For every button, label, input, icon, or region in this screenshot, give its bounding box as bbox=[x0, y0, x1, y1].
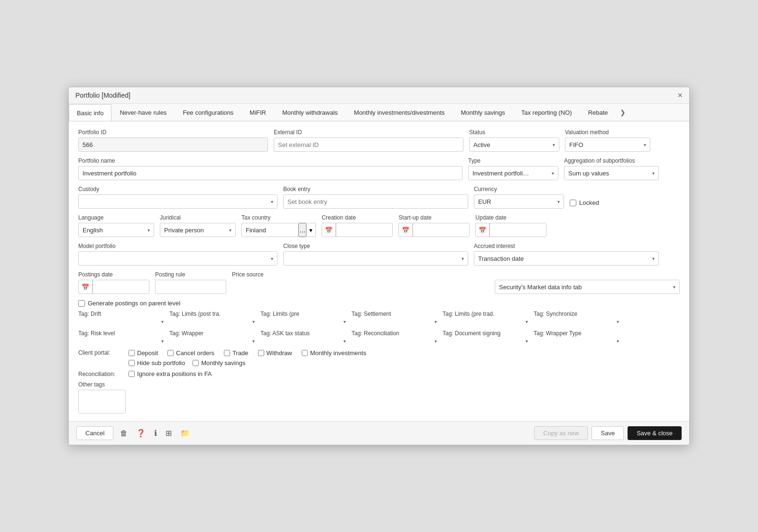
tag-wrapper-type-label: Tag: Wrapper Type bbox=[534, 330, 619, 337]
status-chevron-icon: ▾ bbox=[553, 142, 555, 147]
tag-wrapper-group: Tag: Wrapper ▾ bbox=[169, 330, 255, 344]
trade-checkbox[interactable] bbox=[224, 350, 230, 356]
cancel-button[interactable]: Cancel bbox=[76, 426, 113, 440]
book-entry-input[interactable] bbox=[283, 194, 468, 209]
tag-synchronize-group: Tag: Synchronize ▾ bbox=[534, 311, 619, 324]
tab-monthly-withdrawals[interactable]: Monthly withdrawals bbox=[274, 104, 346, 121]
tag-drift-group: Tag: Drift ▾ bbox=[78, 311, 164, 324]
tags-row-2: Tag: Risk level ▾ Tag: Wrapper ▾ Tag: AS… bbox=[78, 330, 680, 344]
custody-select[interactable]: ▾ bbox=[78, 194, 277, 209]
postings-date-calendar-icon[interactable]: 📅 bbox=[79, 280, 92, 294]
cancel-orders-checkbox[interactable] bbox=[167, 350, 174, 356]
creation-date-input[interactable] bbox=[336, 223, 393, 237]
tag-wrapper-type-select[interactable]: ▾ bbox=[534, 339, 619, 344]
tab-basic-info[interactable]: Basic info bbox=[69, 104, 111, 121]
tax-country-select[interactable]: Finland bbox=[241, 223, 298, 237]
creation-date-group: Creation date 📅 bbox=[322, 214, 393, 237]
monthly-investments-checkbox[interactable] bbox=[302, 350, 308, 356]
price-source-select[interactable]: Security's Market data info tab ▾ bbox=[495, 280, 680, 294]
copy-as-new-button[interactable]: Copy as new bbox=[534, 426, 588, 440]
portfolio-id-input[interactable] bbox=[78, 138, 268, 152]
tag-synchronize-select[interactable]: ▾ bbox=[534, 319, 619, 324]
footer: Cancel 🗑 ❓ ℹ ⊞ 📁 Copy as new Save Save &… bbox=[69, 421, 689, 445]
help-button[interactable]: ❓ bbox=[134, 427, 148, 440]
startup-date-label: Start-up date bbox=[398, 214, 470, 221]
startup-date-input[interactable] bbox=[413, 223, 470, 237]
external-id-input[interactable] bbox=[274, 138, 463, 152]
grid-button[interactable]: ⊞ bbox=[164, 427, 174, 440]
currency-select[interactable]: EUR ▾ bbox=[474, 194, 564, 209]
update-date-group: Update date 📅 bbox=[475, 214, 546, 237]
save-close-button[interactable]: Save & close bbox=[628, 426, 682, 440]
update-date-label: Update date bbox=[475, 214, 546, 221]
tax-country-dots-button[interactable]: … bbox=[298, 223, 306, 237]
tag-reconciliation-label: Tag: Reconciliation bbox=[351, 330, 437, 337]
update-date-input[interactable] bbox=[490, 223, 546, 237]
info-button[interactable]: ℹ bbox=[152, 427, 159, 440]
tab-monthly-investments[interactable]: Monthly investments/divestments bbox=[346, 104, 453, 121]
locked-row: Locked bbox=[570, 199, 599, 206]
deposit-checkbox[interactable] bbox=[129, 350, 135, 356]
external-id-group: External ID bbox=[274, 129, 463, 152]
juridical-chevron-icon: ▾ bbox=[229, 228, 231, 233]
tab-monthly-savings[interactable]: Monthly savings bbox=[453, 104, 513, 121]
language-chevron-icon: ▾ bbox=[148, 228, 150, 233]
update-date-calendar-icon[interactable]: 📅 bbox=[476, 223, 490, 237]
status-select[interactable]: Active ▾ bbox=[469, 138, 559, 152]
tag-risk-level-select[interactable]: ▾ bbox=[78, 339, 164, 344]
other-tags-input[interactable] bbox=[78, 390, 126, 413]
language-select[interactable]: English ▾ bbox=[78, 223, 154, 237]
tab-scroll-right[interactable]: ❯ bbox=[616, 104, 629, 121]
monthly-savings-checkbox[interactable] bbox=[193, 360, 199, 366]
tab-rebate[interactable]: Rebate bbox=[580, 104, 616, 121]
withdraw-checkbox[interactable] bbox=[258, 350, 264, 356]
portfolio-modal: Portfolio [Modified] × Basic info Never-… bbox=[68, 87, 690, 445]
accrued-interest-select[interactable]: Transaction date ▾ bbox=[474, 251, 659, 266]
portfolio-name-input[interactable] bbox=[78, 166, 462, 180]
tax-country-chevron-button[interactable]: ▾ bbox=[306, 223, 316, 237]
postings-date-input[interactable] bbox=[92, 280, 149, 294]
trade-item: Trade bbox=[224, 349, 248, 357]
status-label: Status bbox=[469, 129, 559, 136]
ignore-extra-checkbox[interactable] bbox=[129, 371, 135, 377]
creation-date-calendar-icon[interactable]: 📅 bbox=[322, 223, 336, 237]
tag-drift-select[interactable]: ▾ bbox=[78, 319, 164, 324]
aggregation-select[interactable]: Sum up values ▾ bbox=[564, 166, 659, 180]
hide-sub-portfolio-checkbox[interactable] bbox=[129, 360, 135, 366]
tab-mifir[interactable]: MiFIR bbox=[241, 104, 274, 121]
tab-never-have-rules[interactable]: Never-have rules bbox=[111, 104, 175, 121]
tag-limits-pre-select[interactable]: ▾ bbox=[260, 319, 346, 324]
generate-postings-checkbox[interactable] bbox=[78, 300, 85, 307]
startup-date-calendar-icon[interactable]: 📅 bbox=[399, 223, 413, 237]
folder-button[interactable]: 📁 bbox=[178, 427, 192, 440]
tag-wrapper-select[interactable]: ▾ bbox=[169, 339, 255, 344]
model-portfolio-select[interactable]: ▾ bbox=[78, 251, 277, 266]
tab-tax-reporting[interactable]: Tax reporting (NO) bbox=[513, 104, 580, 121]
monthly-savings-label: Monthly savings bbox=[201, 359, 245, 367]
external-id-label: External ID bbox=[274, 129, 463, 136]
help-icon: ❓ bbox=[136, 429, 146, 437]
save-button[interactable]: Save bbox=[592, 426, 624, 440]
tag-ask-tax-select[interactable]: ▾ bbox=[260, 339, 346, 344]
tag-settlement-group: Tag: Settlement ▾ bbox=[351, 311, 437, 324]
posting-rule-input[interactable] bbox=[155, 280, 226, 294]
tag-limits-post-select[interactable]: ▾ bbox=[169, 319, 255, 324]
tag-doc-signing-select[interactable]: ▾ bbox=[443, 339, 528, 344]
close-type-select[interactable]: ▾ bbox=[283, 251, 468, 266]
reconciliation-section: Reconciliation: Ignore extra positions i… bbox=[78, 370, 680, 377]
currency-value: EUR bbox=[478, 198, 491, 205]
close-button[interactable]: × bbox=[677, 91, 683, 100]
juridical-select[interactable]: Private person ▾ bbox=[160, 223, 236, 237]
aggregation-label: Aggregation of subportfolios bbox=[564, 157, 659, 164]
trash-icon: 🗑 bbox=[120, 429, 128, 437]
tab-fee-configurations[interactable]: Fee configurations bbox=[175, 104, 241, 121]
valuation-method-select[interactable]: FIFO ▾ bbox=[565, 138, 650, 152]
tag-limits-pre-trad-select[interactable]: ▾ bbox=[443, 319, 528, 324]
tag-settlement-chevron-icon: ▾ bbox=[434, 319, 437, 324]
tag-settlement-select[interactable]: ▾ bbox=[351, 319, 437, 324]
tag-wrapper-type-group: Tag: Wrapper Type ▾ bbox=[534, 330, 619, 344]
locked-checkbox[interactable] bbox=[570, 200, 576, 206]
tag-reconciliation-select[interactable]: ▾ bbox=[351, 339, 437, 344]
trash-button[interactable]: 🗑 bbox=[118, 427, 129, 440]
type-select[interactable]: Investment portfoli… ▾ bbox=[468, 166, 558, 180]
